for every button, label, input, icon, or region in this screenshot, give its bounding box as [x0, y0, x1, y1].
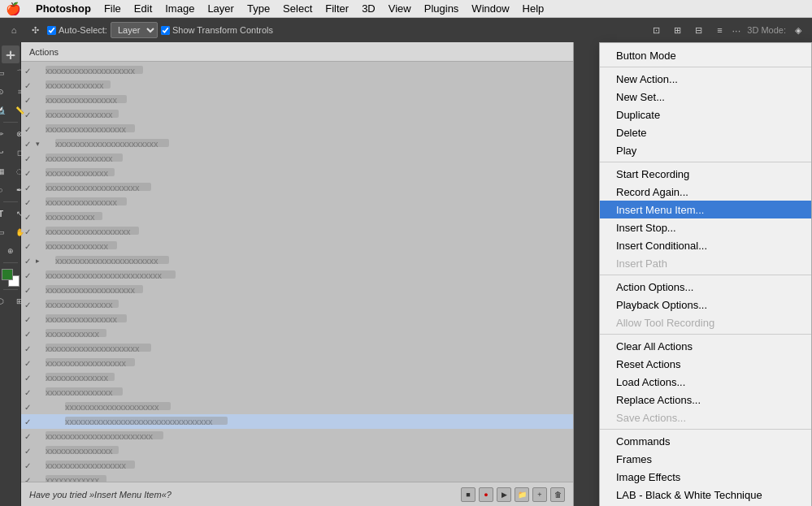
menubar-3d[interactable]: 3D	[355, 2, 382, 16]
action-row[interactable]: ✓xxxxxxxxxxxxxxxxxx	[21, 458, 573, 473]
action-row[interactable]: ✓xxxxxxxxxxxxxxxx	[21, 195, 573, 210]
action-row[interactable]: ✓xxxxxxxxxxxxxx	[21, 166, 573, 180]
action-row[interactable]: ✓xxxxxxxxxxxx	[21, 327, 573, 341]
menubar-layer[interactable]: Layer	[201, 2, 241, 16]
menubar-plugins[interactable]: Plugins	[418, 2, 466, 16]
menu-item-new-set-[interactable]: New Set...	[600, 88, 811, 106]
3d-icon[interactable]: ◈	[789, 21, 807, 39]
color-swatches[interactable]	[2, 269, 20, 287]
menu-item-insert-conditional-[interactable]: Insert Conditional...	[600, 236, 811, 254]
eyedropper-tool[interactable]: 🔬	[0, 102, 10, 119]
brush-tool[interactable]: ✏	[0, 125, 10, 143]
action-expand-icon[interactable]: ▸	[36, 257, 46, 265]
menu-item-action-options-[interactable]: Action Options...	[600, 278, 811, 296]
menu-item-delete[interactable]: Delete	[600, 123, 811, 141]
action-row[interactable]: ✓xxxxxxxxxxxxxxx	[21, 107, 573, 122]
gradient-tool[interactable]: ▦	[0, 162, 10, 180]
menu-item-new-action-[interactable]: New Action...	[600, 70, 811, 88]
align-center-icon[interactable]: ⊞	[668, 21, 686, 39]
quick-select-tool[interactable]: ⊙	[0, 83, 10, 101]
action-row[interactable]: ✓xxxxxxxxxxxxxxxxxxxxx	[21, 400, 573, 414]
foreground-color-swatch[interactable]	[2, 269, 13, 280]
menu-item-replace-actions-[interactable]: Replace Actions...	[600, 391, 811, 409]
stop-button[interactable]: ■	[461, 487, 475, 502]
action-row[interactable]: ✓▸xxxxxxxxxxxxxxxxxxxxxxx	[21, 253, 573, 268]
action-row[interactable]: ✓xxxxxxxxxxxxxx	[21, 239, 573, 253]
menubar-window[interactable]: Window	[465, 2, 515, 16]
align-right-icon[interactable]: ⊟	[689, 21, 707, 39]
menu-item-playback-options-[interactable]: Playback Options...	[600, 296, 811, 314]
show-transform-checkbox[interactable]	[161, 26, 170, 35]
action-row[interactable]: ✓xxxxxxxxxxx	[21, 210, 573, 224]
distribute-icon[interactable]: ≡	[710, 21, 728, 39]
action-row[interactable]: ✓xxxxxxxxxxxxxxxxxxxxx	[21, 180, 573, 195]
menu-item-play[interactable]: Play	[600, 141, 811, 159]
dodge-tool[interactable]: ○	[0, 181, 10, 199]
action-row[interactable]: ✓xxxxxxxxxxxx	[21, 473, 573, 482]
action-row[interactable]: ✓xxxxxxxxxxxxxxx	[21, 151, 573, 166]
action-row[interactable]: ✓xxxxxxxxxxxxxxxxxxxxxxxxxx	[21, 268, 573, 283]
action-row[interactable]: ✓xxxxxxxxxxxxxxx	[21, 443, 573, 458]
menubar-image[interactable]: Image	[158, 2, 201, 16]
history-brush-tool[interactable]: ↩	[0, 144, 10, 162]
move-tool[interactable]	[2, 45, 20, 63]
menubar-edit[interactable]: Edit	[128, 2, 158, 16]
action-row[interactable]: ✓xxxxxxxxxxxxxxxxxxxxx	[21, 341, 573, 356]
menubar-select[interactable]: Select	[276, 2, 319, 16]
layer-select[interactable]: Layer	[111, 22, 158, 38]
menu-item-commands[interactable]: Commands	[600, 432, 811, 450]
record-button[interactable]: ●	[479, 487, 493, 502]
menu-item-button-mode[interactable]: Button Mode	[600, 46, 811, 64]
action-row[interactable]: ✓xxxxxxxxxxxxxxxxxx	[21, 356, 573, 370]
action-row[interactable]: ✓xxxxxxxxxxxxx	[21, 78, 573, 93]
action-row[interactable]: ✓xxxxxxxxxxxxxxxxxxxxxxxxxxxxxxxxx	[21, 414, 573, 429]
home-icon[interactable]: ⌂	[5, 21, 23, 39]
menu-item-reset-actions[interactable]: Reset Actions	[600, 355, 811, 373]
action-row[interactable]: ✓xxxxxxxxxxxxxxxx	[21, 93, 573, 107]
menubar-photoshop[interactable]: Photoshop	[29, 2, 98, 16]
auto-select-checkbox[interactable]	[47, 26, 56, 35]
menu-item-duplicate[interactable]: Duplicate	[600, 106, 811, 123]
new-set-button[interactable]: 📁	[515, 487, 529, 502]
action-row[interactable]: ✓xxxxxxxxxxxxxxxxxxxxxxxx	[21, 429, 573, 443]
menu-item-frames[interactable]: Frames	[600, 450, 811, 468]
menubar-file[interactable]: File	[98, 2, 128, 16]
menubar-help[interactable]: Help	[516, 2, 551, 16]
menu-item-record-again-[interactable]: Record Again...	[600, 183, 811, 201]
toolbar-more[interactable]: ···	[732, 24, 740, 37]
action-row[interactable]: ✓xxxxxxxxxxxxxxxxxx	[21, 122, 573, 136]
3d-object-tool[interactable]: ⬡	[0, 292, 10, 310]
menu-item-clear-all-actions[interactable]: Clear All Actions	[600, 337, 811, 355]
menu-item-load-actions-[interactable]: Load Actions...	[600, 373, 811, 391]
shape-tool[interactable]: ▭	[0, 223, 10, 241]
action-row[interactable]: ✓xxxxxxxxxxxxxxxxxxx	[21, 224, 573, 239]
menu-item-lab-black-white-technique[interactable]: LAB - Black & White Technique	[600, 486, 811, 504]
menu-item-start-recording[interactable]: Start Recording	[600, 165, 811, 183]
menu-item-insert-menu-item-[interactable]: Insert Menu Item...	[600, 201, 811, 218]
menu-item-insert-stop-[interactable]: Insert Stop...	[600, 218, 811, 236]
panel-tab-actions[interactable]: Actions	[29, 47, 59, 57]
menu-item-allow-tool-recording: Allow Tool Recording	[600, 314, 811, 331]
type-tool[interactable]: T	[0, 205, 10, 223]
action-row[interactable]: ✓xxxxxxxxxxxxxxx	[21, 385, 573, 400]
menubar-type[interactable]: Type	[241, 2, 276, 16]
delete-action-button[interactable]: 🗑	[550, 487, 565, 502]
apple-menu[interactable]: 🍎	[7, 2, 20, 15]
zoom-tool[interactable]: ⊕	[2, 242, 20, 260]
action-row[interactable]: ✓▾xxxxxxxxxxxxxxxxxxxxxxx	[21, 136, 573, 151]
rectangular-marquee-tool[interactable]: ▭	[0, 64, 10, 82]
new-action-button[interactable]: +	[532, 487, 547, 502]
action-expand-icon[interactable]: ▾	[36, 140, 46, 148]
action-label: xxxxxxxxxxx	[46, 212, 570, 222]
menubar-filter[interactable]: Filter	[319, 2, 355, 16]
action-row[interactable]: ✓xxxxxxxxxxxxxxxxxxxx	[21, 283, 573, 297]
move-tool-icon[interactable]: ✣	[26, 21, 44, 39]
action-row[interactable]: ✓xxxxxxxxxxxxxxx	[21, 297, 573, 312]
align-left-icon[interactable]: ⊡	[647, 21, 665, 39]
menu-item-image-effects[interactable]: Image Effects	[600, 468, 811, 486]
action-row[interactable]: ✓xxxxxxxxxxxxxxxxxxxx	[21, 63, 573, 78]
menubar-view[interactable]: View	[382, 2, 418, 16]
play-button[interactable]: ▶	[497, 487, 511, 502]
action-row[interactable]: ✓xxxxxxxxxxxxxxxx	[21, 312, 573, 327]
action-row[interactable]: ✓xxxxxxxxxxxxxx	[21, 370, 573, 385]
